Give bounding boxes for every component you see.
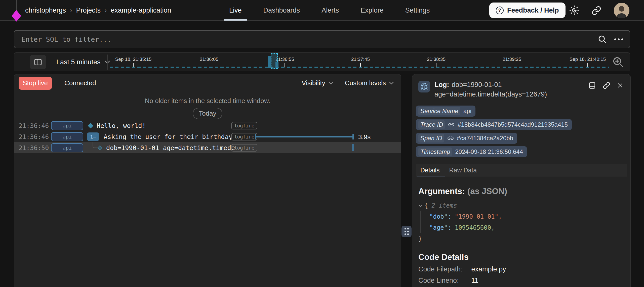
search-icon[interactable] <box>598 35 607 44</box>
copy-link-icon[interactable] <box>603 82 610 89</box>
json-open-brace: { <box>424 202 428 209</box>
trace-id-label: Trace ID <box>418 120 445 129</box>
service-name-value: api <box>463 108 471 115</box>
logfire-logo-icon[interactable] <box>12 10 21 22</box>
tab-dashboards[interactable]: Dashboards <box>262 0 302 21</box>
panel-resize-handle[interactable] <box>401 226 412 237</box>
histogram-bar[interactable] <box>275 62 278 68</box>
json-key: "age": <box>429 224 451 231</box>
log-row[interactable]: 21:36:46 api Hello, world! logfire <box>14 120 401 131</box>
tab-settings[interactable]: Settings <box>404 0 431 21</box>
live-log-header: Stop live Connected Visibility Custom le… <box>14 74 401 92</box>
service-name-label: Service Name <box>418 107 460 115</box>
breadcrumb-section[interactable]: Projects <box>76 7 101 14</box>
tab-raw-data[interactable]: Raw Data <box>449 164 477 176</box>
sidebar-toggle-icon[interactable] <box>30 55 46 69</box>
timeline-tick-mark <box>512 63 512 67</box>
timeline-tick-mark <box>587 63 588 67</box>
timeline-tick-label: Sep 18, 21:40:15 <box>570 57 606 62</box>
timeline-tick-label: 21:36:55 <box>275 57 294 62</box>
arguments-heading: Arguments:(as JSON) <box>416 186 627 196</box>
span-duration-bar <box>255 131 354 142</box>
sql-filter-input[interactable] <box>14 31 588 48</box>
span-id-chip[interactable]: Span ID #ca741384ca2a20bb <box>416 133 517 144</box>
scope-chip[interactable]: logfire <box>231 133 257 140</box>
attribute-chips: Service Name api Trace ID #18b84cb4847b5… <box>416 106 627 157</box>
service-tag-chip[interactable]: api <box>51 121 83 130</box>
code-lineno-value: 11 <box>471 277 478 284</box>
histogram-bar[interactable] <box>268 56 271 68</box>
log-row[interactable]: 21:36:46 api 1– Asking the user for thei… <box>14 131 401 142</box>
share-link-icon[interactable] <box>592 6 601 15</box>
log-time-marker <box>352 144 354 151</box>
tab-details[interactable]: Details <box>420 164 439 176</box>
json-indent-guide <box>420 211 421 233</box>
timeline-tick-mark <box>209 63 209 67</box>
log-row[interactable]: 21:36:50 api dob=1990-01-01 age=datetime… <box>14 142 401 153</box>
link-icon <box>448 121 455 128</box>
zoom-in-icon[interactable] <box>612 56 624 68</box>
service-name-chip[interactable]: Service Name api <box>416 106 475 117</box>
timestamp-label: Timestamp <box>418 148 452 156</box>
log-message: Asking the user for their birthday <box>104 133 232 140</box>
feedback-help-button[interactable]: ? Feedback / Help <box>489 3 566 18</box>
timeline-tick-mark <box>436 63 436 67</box>
timestamp-chip[interactable]: Timestamp 2024-09-18 21:36:50.644 <box>416 146 527 157</box>
code-lineno-label: Code Lineno: <box>418 277 469 284</box>
scope-chip[interactable]: logfire <box>231 122 257 129</box>
tab-explore[interactable]: Explore <box>359 0 385 21</box>
logo-stem <box>16 0 17 10</box>
timeline-tick-label: Sep 18, 21:35:15 <box>115 57 152 62</box>
visibility-dropdown[interactable]: Visibility <box>302 79 333 87</box>
empty-state: No older items in the selected time wind… <box>14 92 401 120</box>
span-duration-label: 3.9s <box>358 133 371 141</box>
json-entry: "age": 1095465600, <box>418 222 627 233</box>
live-log-panel: Stop live Connected Visibility Custom le… <box>14 74 401 287</box>
log-diamond-icon <box>97 145 102 150</box>
code-filepath-value: example.py <box>471 265 506 273</box>
json-value: 1095465600, <box>455 224 495 231</box>
logfire-live-view: christophergs › Projects › example-appli… <box>0 0 644 287</box>
detail-tabs: Details Raw Data <box>416 164 627 176</box>
close-icon[interactable] <box>617 82 623 89</box>
sql-filter-bar <box>14 30 630 48</box>
scope-chip[interactable]: logfire <box>231 144 257 152</box>
theme-toggle-icon[interactable] <box>569 5 580 16</box>
dock-panel-icon[interactable] <box>588 81 596 89</box>
today-button[interactable]: Today <box>193 108 222 119</box>
span-id-value: #ca741384ca2a20bb <box>457 135 513 142</box>
more-options-icon[interactable] <box>614 38 623 40</box>
custom-levels-dropdown[interactable]: Custom levels <box>345 79 394 87</box>
collapse-children-chip[interactable]: 1– <box>87 132 99 141</box>
log-detail-panel: Log:dob=1990-01-01 age=datetime.timedelt… <box>412 74 631 287</box>
tab-alerts[interactable]: Alerts <box>320 0 340 21</box>
timeline-bar: Last 5 minutes Sep 18, 21:35:15 21:36:05… <box>14 52 630 71</box>
code-details-heading: Code Details <box>416 252 627 262</box>
timeline-tick-label: 21:37:45 <box>351 57 370 62</box>
timeline-tick-label: 21:36:05 <box>200 57 218 62</box>
time-range-label: Last 5 minutes <box>56 58 101 66</box>
timeline-divider <box>107 55 108 70</box>
timestamp-value: 2024-09-18 21:36:50.644 <box>455 148 523 155</box>
service-tag-chip[interactable]: api <box>51 132 83 141</box>
service-tag-chip[interactable]: api <box>51 143 83 152</box>
detail-title-label: Log: <box>434 81 449 88</box>
breadcrumb-separator: › <box>101 7 111 14</box>
feedback-help-label: Feedback / Help <box>507 7 559 14</box>
timeline-tick-mark <box>285 63 285 67</box>
log-message: Hello, world! <box>97 122 146 129</box>
breadcrumb: christophergs › Projects › example-appli… <box>25 0 171 21</box>
link-icon <box>447 135 454 141</box>
stop-live-button[interactable]: Stop live <box>19 77 52 90</box>
detail-title: Log:dob=1990-01-01 age=datetime.timedelt… <box>434 80 585 99</box>
user-avatar[interactable] <box>614 3 629 18</box>
breadcrumb-org[interactable]: christophergs <box>25 7 66 14</box>
json-entry: "dob": "1990-01-01", <box>418 211 627 222</box>
help-icon: ? <box>496 7 504 14</box>
trace-id-chip[interactable]: Trace ID #18b84cb4847b5d574c4ad9121935a4… <box>416 119 572 130</box>
code-filepath-row: Code Filepath: example.py <box>416 265 627 273</box>
tab-live[interactable]: Live <box>228 0 243 21</box>
breadcrumb-project[interactable]: example-application <box>111 7 171 14</box>
time-range-dropdown[interactable]: Last 5 minutes <box>56 53 110 72</box>
collapse-chevron-icon[interactable] <box>418 204 422 207</box>
